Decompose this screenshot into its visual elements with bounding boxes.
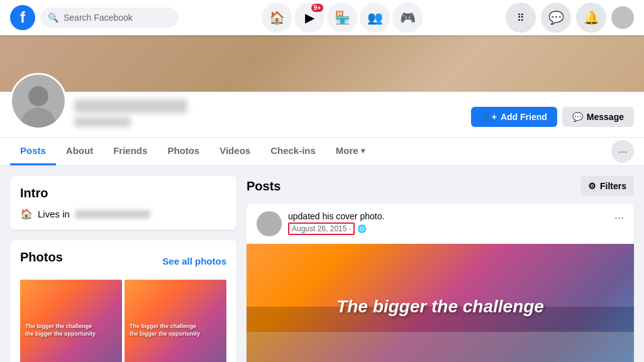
post-author-avatar[interactable]	[257, 211, 282, 236]
message-label: Message	[587, 112, 624, 122]
home-nav-button[interactable]: 🏠	[262, 3, 292, 33]
tab-friends[interactable]: Friends	[103, 138, 157, 165]
video-nav-button[interactable]: ▶ 9+	[294, 3, 325, 33]
photos-grid: The bigger the challenge the bigger the …	[20, 280, 226, 362]
post-meta: August 26, 2015 · 🌐	[288, 222, 614, 235]
location-blurred	[75, 210, 150, 219]
facebook-logo[interactable]: f	[10, 5, 35, 30]
tab-checkins[interactable]: Check-ins	[260, 138, 326, 165]
profile-name-blurred	[74, 99, 187, 113]
message-button[interactable]: 💬 Message	[562, 107, 634, 127]
messenger-button[interactable]: 💬	[541, 3, 571, 33]
cover-photo	[0, 35, 644, 92]
search-icon: 🔍	[48, 13, 58, 23]
grid-icon: ⠿	[517, 12, 525, 24]
post-image: The bigger the challenge	[247, 244, 634, 362]
tab-posts[interactable]: Posts	[10, 138, 56, 165]
post-image-text: The bigger the challenge	[336, 297, 544, 317]
search-box[interactable]: 🔍	[40, 8, 179, 28]
post-info: updated his cover photo. August 26, 2015…	[288, 211, 614, 235]
logo-text: f	[20, 9, 25, 26]
photos-title: Photos	[20, 250, 63, 265]
tab-photos[interactable]: Photos	[157, 138, 209, 165]
tab-about-label: About	[66, 145, 93, 156]
add-friend-button[interactable]: 👤+ Add Friend	[471, 107, 557, 127]
user-avatar-nav[interactable]	[611, 6, 634, 29]
profile-area: 👤+ Add Friend 💬 Message	[0, 35, 644, 138]
video-icon: ▶	[305, 10, 314, 25]
home-intro-icon: 🏠	[20, 208, 33, 220]
photos-card: Photos See all photos The bigger the cha…	[10, 240, 236, 362]
tab-more[interactable]: More ▾	[326, 138, 375, 165]
tab-about[interactable]: About	[56, 138, 103, 165]
add-friend-icon: 👤+	[481, 112, 497, 122]
photo-thumb-1[interactable]: The bigger the challenge the bigger the …	[20, 280, 122, 362]
profile-sub-blurred	[74, 117, 131, 127]
nav-center-section: 🏠 ▶ 9+ 🏪 👥 🎮	[262, 3, 423, 33]
photo-sub-2: the bigger the opportunity	[130, 331, 221, 338]
home-icon: 🏠	[269, 10, 285, 25]
add-friend-label: Add Friend	[501, 112, 547, 122]
chevron-down-icon: ▾	[361, 146, 365, 155]
lives-in-label: Lives in	[38, 209, 70, 219]
notification-badge: 9+	[311, 4, 323, 12]
filters-button[interactable]: ⚙ Filters	[580, 176, 634, 196]
nav-left-section: f 🔍	[10, 5, 179, 30]
posts-header: Posts ⚙ Filters	[247, 176, 634, 196]
tab-more-label: More	[336, 145, 358, 156]
groups-icon: 👥	[367, 10, 383, 25]
avatar-head	[28, 86, 48, 106]
photo-quote-2: The bigger the challenge	[130, 323, 221, 331]
bell-icon: 🔔	[584, 10, 599, 25]
gaming-icon: 🎮	[400, 10, 416, 25]
post-image-bottom-overlay	[247, 332, 634, 362]
messenger-icon: 💬	[548, 10, 564, 25]
posts-section-title: Posts	[247, 179, 280, 194]
post-avatar-image	[257, 211, 282, 236]
photo-overlay-2: The bigger the challenge the bigger the …	[125, 280, 226, 362]
filters-icon: ⚙	[588, 181, 596, 191]
tab-videos-label: Videos	[219, 145, 250, 156]
lives-in-item: 🏠 Lives in	[20, 208, 226, 220]
see-all-photos-link[interactable]: See all photos	[162, 256, 226, 266]
tab-posts-label: Posts	[20, 145, 46, 156]
photo-thumb-2[interactable]: The bigger the challenge the bigger the …	[125, 280, 226, 362]
avatar-body	[21, 107, 56, 128]
avatar-silhouette	[12, 75, 65, 128]
profile-avatar	[10, 73, 67, 129]
photos-header: Photos See all photos	[20, 250, 226, 272]
photo-sub-1: the bigger the opportunity	[25, 331, 117, 338]
filters-label: Filters	[600, 181, 626, 191]
ellipsis-icon: ···	[618, 145, 627, 158]
post-date[interactable]: August 26, 2015 ·	[288, 222, 355, 235]
grid-menu-button[interactable]: ⠿	[506, 3, 536, 33]
post-action-label: updated his cover photo.	[288, 211, 384, 221]
profile-actions: 👤+ Add Friend 💬 Message	[471, 107, 634, 129]
profile-tabs: Posts About Friends Photos Videos Check-…	[0, 138, 644, 166]
message-icon: 💬	[572, 112, 583, 122]
gaming-nav-button[interactable]: 🎮	[392, 3, 423, 33]
right-column: Posts ⚙ Filters updated his cover photo.…	[247, 176, 634, 362]
photo-overlay-1: The bigger the challenge the bigger the …	[20, 280, 122, 362]
intro-title: Intro	[20, 186, 226, 200]
tab-checkins-label: Check-ins	[270, 145, 316, 156]
post-action-text: updated his cover photo.	[288, 211, 614, 221]
top-navigation: f 🔍 🏠 ▶ 9+ 🏪 👥 🎮 ⠿ 💬 🔔	[0, 0, 644, 35]
store-icon: 🏪	[335, 10, 350, 25]
search-input[interactable]	[64, 13, 171, 23]
store-nav-button[interactable]: 🏪	[327, 3, 357, 33]
groups-nav-button[interactable]: 👥	[360, 3, 390, 33]
post-more-options[interactable]: ···	[614, 211, 624, 224]
intro-card: Intro 🏠 Lives in	[10, 176, 236, 230]
tabs-more-options-button[interactable]: ···	[611, 140, 634, 163]
left-column: Intro 🏠 Lives in Photos See all photos T…	[10, 176, 236, 362]
profile-details	[74, 99, 471, 129]
nav-right-section: ⠿ 💬 🔔	[506, 3, 634, 33]
post-visibility-icon: 🌐	[357, 224, 367, 233]
tab-videos[interactable]: Videos	[209, 138, 260, 165]
tabs-list: Posts About Friends Photos Videos Check-…	[10, 138, 375, 165]
tab-friends-label: Friends	[113, 145, 147, 156]
notifications-button[interactable]: 🔔	[576, 3, 606, 33]
post-card: updated his cover photo. August 26, 2015…	[247, 204, 634, 362]
main-content: Intro 🏠 Lives in Photos See all photos T…	[0, 166, 644, 362]
